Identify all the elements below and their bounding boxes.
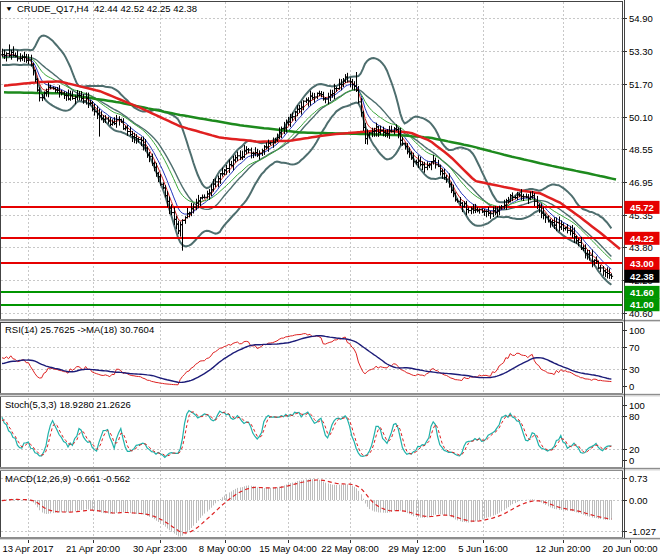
time-axis-label: 5 Jun 16:00	[458, 543, 508, 554]
main-axis-tick: 54.90	[629, 13, 653, 24]
macd-axis-tick: -1.027	[629, 526, 656, 537]
price-badge-label: 43.00	[630, 258, 654, 269]
stoch-axis-tick: 100	[629, 400, 645, 411]
price-badge-label: 41.00	[630, 299, 654, 310]
chart-window: 54.9053.3051.7050.1048.5546.9545.3543.80…	[0, 0, 660, 560]
symbol-period-label: CRUDE_Q17,H4	[17, 3, 89, 14]
macd-axis-tick: 0.00	[629, 495, 648, 506]
time-axis-label: 20 Jun 00:00	[603, 543, 658, 554]
time-axis[interactable]: 13 Apr 201721 Apr 20:0030 Apr 23:008 May…	[2, 540, 657, 554]
price-badge-label: 44.22	[630, 233, 654, 244]
rsi-axis-tick: 0	[629, 381, 634, 392]
price-badge-label: 45.72	[630, 202, 654, 213]
main-axis-tick: 48.55	[629, 144, 653, 155]
price-badge-label: 41.60	[630, 287, 654, 298]
time-axis-label: 21 Apr 20:00	[66, 543, 120, 554]
time-axis-label: 29 May 12:00	[388, 543, 446, 554]
ohlc-values-label: 42.44 42.52 42.25 42.38	[94, 3, 197, 14]
main-axis-tick: 50.10	[629, 112, 653, 123]
chart-title: ▼CRUDE_Q17,H4 42.44 42.52 42.25 42.38	[5, 3, 197, 14]
rsi-axis-tick: 100	[629, 325, 645, 336]
macd-axis-tick: 0.73	[629, 473, 648, 484]
rsi-axis-tick: 70	[629, 342, 640, 353]
time-axis-label: 22 May 08:00	[321, 543, 379, 554]
time-axis-label: 8 May 00:00	[199, 543, 251, 554]
time-axis-label: 30 Apr 23:00	[133, 543, 187, 554]
time-axis-label: 15 May 04:00	[259, 543, 317, 554]
main-axis-tick: 51.70	[629, 79, 653, 90]
main-axis-tick: 46.95	[629, 177, 653, 188]
macd-indicator-label: MACD(12,26,9) -0.661 -0.562	[5, 473, 130, 484]
stoch-axis-tick: 0	[629, 455, 634, 466]
main-axis-tick: 53.30	[629, 46, 653, 57]
rsi-indicator-label: RSI(14) 25.7625 ->MA(18) 30.7604	[5, 324, 154, 335]
rsi-axis-tick: 30	[629, 364, 640, 375]
stoch-indicator-label: Stoch(5,3,3) 18.9280 21.2626	[5, 399, 131, 410]
time-axis-label: 12 Jun 20:00	[536, 543, 591, 554]
price-badge-label: 42.38	[630, 271, 654, 282]
time-axis-label: 13 Apr 2017	[2, 543, 53, 554]
chart-dropdown-icon[interactable]: ▼	[5, 6, 13, 13]
stoch-axis-tick: 20	[629, 444, 640, 455]
stoch-axis-tick: 80	[629, 411, 640, 422]
